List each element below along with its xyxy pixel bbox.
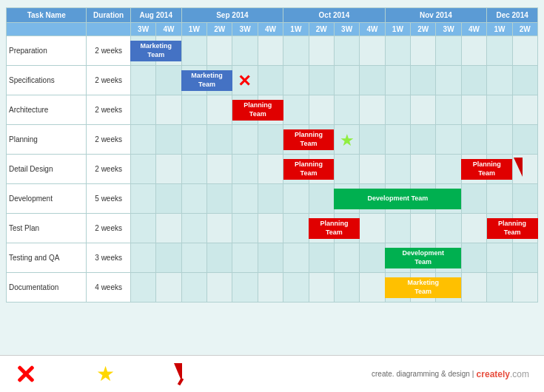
task-row: Planning2 weeks: [7, 125, 538, 155]
timeline-cell: [207, 36, 232, 66]
timeline-cell: [385, 125, 410, 155]
timeline-cell: [461, 243, 486, 273]
task-row: Development5 weeks: [7, 184, 538, 214]
timeline-cell: [411, 273, 436, 303]
footer-brand: create. diagramming & design | creately.…: [372, 369, 529, 379]
brand-text: create. diagramming & design |: [372, 370, 474, 378]
timeline-cell: [436, 155, 461, 184]
timeline-cell: [385, 95, 410, 125]
timeline-cell: [411, 184, 436, 214]
timeline-cell: [461, 214, 486, 243]
timeline-cell: [411, 214, 436, 243]
duration-cell: 2 weeks: [87, 36, 130, 66]
task-row: Specifications2 weeks: [7, 66, 538, 95]
timeline-cell: [207, 273, 232, 303]
timeline-cell: [283, 214, 309, 243]
month-aug: Aug 2014: [130, 8, 181, 23]
timeline-cell: [360, 184, 385, 214]
timeline-cell: [436, 184, 461, 214]
month-header-row: Task Name Duration Aug 2014 Sep 2014 Oct…: [7, 8, 538, 23]
week-header-row: 3W 4W 1W 2W 3W 4W 1W 2W 3W 4W 1W 2W 3W 4…: [7, 23, 538, 36]
timeline-cell: [360, 125, 385, 155]
timeline-cell: [461, 155, 486, 184]
timeline-cell: [156, 95, 181, 125]
timeline-cell: [232, 66, 258, 95]
timeline-cell: [283, 125, 309, 155]
timeline-cell: [512, 273, 537, 303]
week-1: 4W: [156, 23, 181, 36]
timeline-cell: [360, 95, 385, 125]
timeline-cell: [411, 36, 436, 66]
week-6: 1W: [283, 23, 309, 36]
timeline-cell: [309, 66, 334, 95]
x-icon: [15, 363, 37, 385]
timeline-cell: [411, 243, 436, 273]
duration-header: Duration: [87, 8, 130, 23]
timeline-cell: [207, 243, 232, 273]
month-dec: Dec 2014: [487, 8, 538, 23]
timeline-cell: [411, 155, 436, 184]
gantt-area: Task Name Duration Aug 2014 Sep 2014 Oct…: [0, 0, 544, 355]
timeline-cell: [436, 243, 461, 273]
timeline-cell: [156, 155, 181, 184]
duration-subheader: [87, 23, 130, 36]
task-row: Documentation4 weeks: [7, 273, 538, 303]
timeline-cell: [130, 66, 155, 95]
timeline-cell: [334, 36, 359, 66]
timeline-cell: [309, 184, 334, 214]
timeline-cell: [283, 95, 309, 125]
timeline-cell: [258, 184, 283, 214]
week-7: 2W: [309, 23, 334, 36]
timeline-cell: [181, 273, 206, 303]
timeline-cell: [258, 273, 283, 303]
task-name-header: Task Name: [7, 8, 87, 23]
duration-cell: 2 weeks: [87, 66, 130, 95]
timeline-cell: [156, 214, 181, 243]
timeline-cell: [487, 214, 512, 243]
timeline-cell: [309, 273, 334, 303]
timeline-cell: [156, 273, 181, 303]
timeline-cell: [334, 214, 359, 243]
timeline-cell: [411, 95, 436, 125]
week-13: 4W: [461, 23, 486, 36]
week-10: 1W: [385, 23, 410, 36]
timeline-cell: [130, 243, 155, 273]
week-9: 4W: [360, 23, 385, 36]
gantt-table: Task Name Duration Aug 2014 Sep 2014 Oct…: [6, 7, 538, 303]
timeline-cell: [181, 155, 206, 184]
timeline-cell: [334, 243, 359, 273]
timeline-cell: [334, 273, 359, 303]
timeline-cell: [512, 36, 537, 66]
timeline-cell: [181, 184, 206, 214]
timeline-cell: [385, 66, 410, 95]
task-row: Test Plan2 weeks: [7, 214, 538, 243]
timeline-cell: [461, 184, 486, 214]
timeline-cell: [411, 125, 436, 155]
timeline-cell: [436, 95, 461, 125]
week-4: 3W: [232, 23, 258, 36]
timeline-cell: [258, 95, 283, 125]
timeline-cell: [461, 125, 486, 155]
timeline-cell: [512, 95, 537, 125]
timeline-cell: [207, 95, 232, 125]
timeline-cell: [385, 214, 410, 243]
timeline-cell: [487, 273, 512, 303]
week-11: 2W: [411, 23, 436, 36]
timeline-cell: [232, 155, 258, 184]
timeline-cell: [156, 184, 181, 214]
timeline-cell: [385, 36, 410, 66]
timeline-cell: [309, 243, 334, 273]
timeline-cell: [156, 66, 181, 95]
task-row: Testing and QA3 weeks: [7, 243, 538, 273]
duration-cell: 2 weeks: [87, 95, 130, 125]
timeline-cell: [156, 125, 181, 155]
footer-bar: ★ create. diagramming & design | createl…: [0, 355, 544, 392]
timeline-cell: [487, 36, 512, 66]
timeline-cell: [334, 95, 359, 125]
timeline-cell: [207, 214, 232, 243]
timeline-cell: [258, 214, 283, 243]
timeline-cell: [461, 95, 486, 125]
footer-icons: ★: [15, 363, 190, 385]
timeline-cell: [360, 243, 385, 273]
timeline-cell: [360, 214, 385, 243]
